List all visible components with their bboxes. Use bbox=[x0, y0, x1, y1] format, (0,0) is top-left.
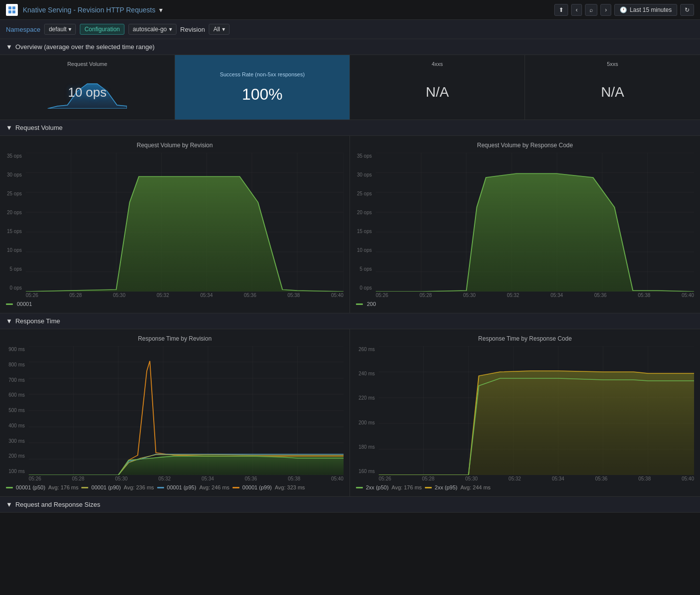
rt1-p50-label: 00001 (p50) bbox=[16, 484, 45, 490]
back-button[interactable]: ‹ bbox=[571, 4, 582, 16]
rt-by-code-panel: Response Time by Response Code 260 ms 24… bbox=[350, 329, 700, 496]
configuration-select[interactable]: autoscale-go ▾ bbox=[128, 24, 176, 35]
rt2-p95-dot bbox=[425, 487, 432, 488]
svg-marker-35 bbox=[376, 174, 694, 292]
svg-rect-2 bbox=[8, 10, 11, 13]
rt-by-revision-panel: Response Time by Revision 900 ms 800 ms … bbox=[0, 329, 350, 496]
namespace-dropdown-icon: ▾ bbox=[68, 26, 71, 33]
rt-by-code-svg bbox=[379, 346, 694, 475]
overview-title: Overview (average over the selected time… bbox=[15, 43, 155, 51]
rv1-y2: 10 ops bbox=[6, 248, 24, 253]
rv1-legend-label: 00001 bbox=[17, 301, 32, 307]
rt2-p50-label: 2xx (p50) bbox=[366, 484, 389, 490]
configuration-dropdown-icon: ▾ bbox=[169, 26, 172, 33]
card-4xxs-value: N/A bbox=[426, 84, 449, 100]
search-icon: ⌕ bbox=[589, 6, 593, 13]
title-dropdown-icon[interactable]: ▾ bbox=[159, 6, 163, 14]
rt1-p95-dot bbox=[157, 487, 164, 488]
revision-value: All bbox=[213, 26, 220, 33]
rt1-p99-dot bbox=[233, 487, 239, 488]
response-time-section-title: Response Time bbox=[15, 317, 60, 325]
rt1-p99-label: 00001 (p99) bbox=[242, 484, 272, 490]
request-volume-section-title: Request Volume bbox=[15, 124, 62, 131]
page-title: Knative Serving - Revision HTTP Requests… bbox=[23, 6, 554, 14]
svg-rect-0 bbox=[8, 6, 11, 9]
rv-by-revision-panel: Request Volume by Revision 35 ops 30 ops… bbox=[0, 136, 350, 313]
rv-by-code-title: Request Volume by Response Code bbox=[356, 142, 694, 149]
share-icon: ⬆ bbox=[559, 6, 564, 13]
rt1-p50-avg: Avg: 176 ms bbox=[48, 484, 78, 490]
rv-by-revision-title: Request Volume by Revision bbox=[6, 142, 344, 149]
rt2-p95-label: 2xx (p95) bbox=[435, 484, 458, 490]
card-success-rate-value: 100% bbox=[242, 85, 283, 104]
time-range-button[interactable]: 🕐 Last 15 minutes bbox=[614, 4, 677, 16]
card-request-volume: Request Volume 10 ops bbox=[0, 55, 175, 119]
rt2-p50-avg: Avg: 176 ms bbox=[392, 484, 422, 490]
rv-by-code-svg bbox=[376, 153, 694, 292]
rt1-p95-avg: Avg: 246 ms bbox=[199, 484, 230, 490]
namespace-select[interactable]: default ▾ bbox=[44, 24, 76, 35]
overview-section-header[interactable]: ▼ Overview (average over the selected ti… bbox=[0, 39, 700, 55]
rv2-legend-dot bbox=[356, 303, 363, 305]
title-text: Knative Serving - Revision HTTP Requests bbox=[23, 6, 155, 14]
rt-by-revision-svg bbox=[29, 346, 344, 475]
rv1-y1: 5 ops bbox=[6, 267, 24, 272]
response-time-section-header[interactable]: ▼ Response Time bbox=[0, 313, 700, 329]
clock-icon: 🕐 bbox=[620, 6, 627, 13]
req-resp-sizes-chevron: ▼ bbox=[6, 501, 12, 508]
request-volume-charts: Request Volume by Revision 35 ops 30 ops… bbox=[0, 136, 700, 313]
search-button[interactable]: ⌕ bbox=[585, 4, 597, 16]
rv1-y3: 15 ops bbox=[6, 229, 24, 234]
svg-marker-20 bbox=[26, 177, 344, 292]
revision-select[interactable]: All ▾ bbox=[209, 24, 229, 35]
rt2-x-labels: 05:26 05:28 05:30 05:32 05:34 05:36 05:3… bbox=[379, 475, 694, 481]
rt1-p90-dot bbox=[81, 487, 88, 488]
card-request-volume-title: Request Volume bbox=[67, 61, 108, 67]
namespace-label[interactable]: Namespace bbox=[6, 26, 40, 33]
forward-button[interactable]: › bbox=[600, 4, 611, 16]
request-volume-chevron: ▼ bbox=[6, 124, 12, 131]
refresh-icon: ↻ bbox=[685, 6, 690, 13]
req-resp-sizes-title: Request and Response Sizes bbox=[15, 501, 100, 508]
rt-by-revision-title: Response Time by Revision bbox=[6, 335, 344, 342]
configuration-label[interactable]: Configuration bbox=[80, 24, 124, 35]
rv1-y4: 20 ops bbox=[6, 210, 24, 215]
namespace-value: default bbox=[49, 26, 66, 33]
refresh-button[interactable]: ↻ bbox=[680, 4, 694, 16]
svg-rect-1 bbox=[12, 6, 15, 9]
card-5xxs: 5xxs N/A bbox=[525, 55, 700, 119]
card-5xxs-value: N/A bbox=[601, 84, 624, 100]
share-button[interactable]: ⬆ bbox=[554, 4, 568, 16]
rt1-p90-label: 00001 (p90) bbox=[91, 484, 120, 490]
rt1-p50-dot bbox=[6, 487, 13, 488]
configuration-value: autoscale-go bbox=[133, 26, 167, 33]
rv2-legend: 200 bbox=[356, 301, 694, 307]
card-5xxs-title: 5xxs bbox=[607, 61, 618, 67]
response-time-chevron: ▼ bbox=[6, 317, 12, 325]
rt1-p90-avg: Avg: 236 ms bbox=[124, 484, 154, 490]
overview-chevron: ▼ bbox=[6, 43, 12, 51]
header: Knative Serving - Revision HTTP Requests… bbox=[0, 0, 700, 20]
rv2-legend-label: 200 bbox=[367, 301, 376, 307]
svg-marker-64 bbox=[379, 371, 694, 475]
rt2-p50-dot bbox=[356, 487, 363, 488]
rt1-p99-avg: Avg: 323 ms bbox=[275, 484, 305, 490]
overview-cards: Request Volume 10 ops Success Rate (non-… bbox=[0, 55, 700, 120]
revision-label: Revision bbox=[180, 26, 205, 33]
app-logo bbox=[6, 4, 18, 16]
rt1-x-labels: 05:26 05:28 05:30 05:32 05:34 05:36 05:3… bbox=[29, 475, 344, 481]
svg-rect-3 bbox=[12, 10, 15, 13]
req-resp-sizes-section-header[interactable]: ▼ Request and Response Sizes bbox=[0, 497, 700, 513]
revision-dropdown-icon: ▾ bbox=[222, 26, 225, 33]
card-4xxs-title: 4xxs bbox=[432, 61, 443, 67]
time-label: Last 15 minutes bbox=[630, 6, 672, 13]
rv1-y5: 25 ops bbox=[6, 191, 24, 196]
rv1-y7: 35 ops bbox=[6, 154, 24, 159]
card-4xxs: 4xxs N/A bbox=[350, 55, 525, 119]
request-volume-section-header[interactable]: ▼ Request Volume bbox=[0, 120, 700, 136]
rt-by-code-title: Response Time by Response Code bbox=[356, 335, 694, 342]
card-success-rate-title: Success Rate (non-5xx responses) bbox=[220, 71, 304, 77]
rv2-x-labels: 05:26 05:28 05:30 05:32 05:34 05:36 05:3… bbox=[376, 292, 694, 298]
rv-by-revision-svg bbox=[26, 153, 344, 292]
rt1-legend: 00001 (p50) Avg: 176 ms 00001 (p90) Avg:… bbox=[6, 484, 344, 490]
